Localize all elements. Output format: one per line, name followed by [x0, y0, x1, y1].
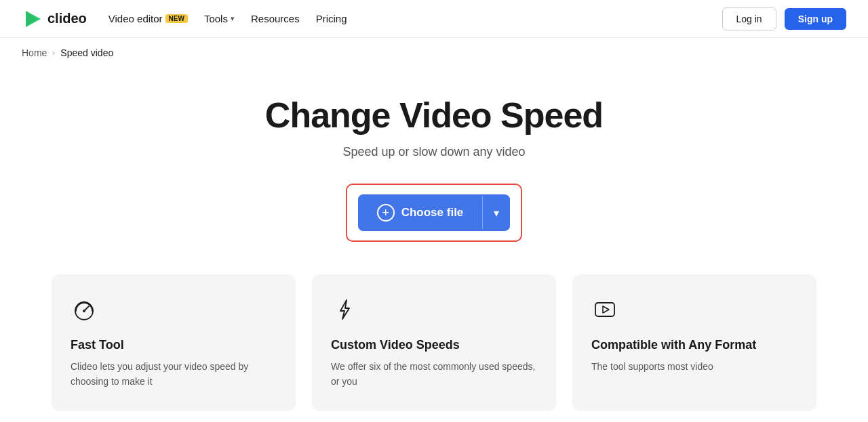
nav-link-resources[interactable]: Resources	[251, 13, 300, 24]
card-custom-speeds-title: Custom Video Speeds	[331, 338, 537, 352]
nav-link-tools[interactable]: Tools ▾	[204, 13, 235, 24]
plus-icon: +	[377, 204, 395, 221]
hero-subtitle: Speed up or slow down any video	[14, 145, 854, 159]
dropdown-chevron-icon: ▾	[494, 207, 499, 219]
custom-speeds-icon	[331, 296, 537, 326]
card-fast-tool-text: Clideo lets you adjust your video speed …	[71, 359, 277, 389]
svg-marker-1	[26, 11, 37, 27]
svg-point-4	[83, 310, 85, 312]
chevron-down-icon: ▾	[231, 14, 235, 23]
choose-file-main[interactable]: + Choose file	[358, 194, 483, 231]
svg-rect-8	[595, 303, 614, 316]
card-compatible-text: The tool supports most video	[591, 359, 797, 374]
nav-right: Log in Sign up	[722, 7, 846, 30]
navbar: clideo Video editor NEW Tools ▾ Resource…	[0, 0, 868, 38]
breadcrumb-current: Speed video	[60, 47, 113, 58]
new-badge: NEW	[165, 14, 188, 23]
signup-button[interactable]: Sign up	[785, 8, 846, 30]
feature-cards: Fast Tool Clideo lets you adjust your vi…	[0, 274, 868, 422]
logo[interactable]: clideo	[22, 8, 87, 30]
fast-tool-icon	[71, 296, 277, 326]
choose-dropdown-button[interactable]: ▾	[483, 197, 510, 229]
nav-link-video-editor[interactable]: Video editor NEW	[108, 13, 188, 24]
compatible-icon	[591, 296, 797, 326]
logo-icon	[22, 8, 43, 30]
logo-text: clideo	[47, 11, 87, 26]
upload-wrapper: + Choose file ▾	[14, 184, 854, 242]
speedometer-icon	[71, 296, 98, 323]
breadcrumb-separator: ›	[52, 48, 55, 58]
nav-links: Video editor NEW Tools ▾ Resources Prici…	[108, 13, 347, 24]
choose-file-button[interactable]: + Choose file ▾	[358, 194, 511, 231]
card-custom-speeds-text: We offer six of the most commonly used s…	[331, 359, 537, 389]
play-rectangle-icon	[591, 296, 618, 323]
nav-link-pricing[interactable]: Pricing	[316, 13, 347, 24]
upload-box: + Choose file ▾	[346, 184, 523, 242]
card-compatible-title: Compatible with Any Format	[591, 338, 797, 352]
login-button[interactable]: Log in	[722, 7, 776, 30]
hero-section: Change Video Speed Speed up or slow down…	[0, 68, 868, 274]
breadcrumb: Home › Speed video	[0, 38, 868, 68]
lightning-icon	[331, 296, 358, 323]
card-fast-tool: Fast Tool Clideo lets you adjust your vi…	[52, 274, 296, 411]
card-fast-tool-title: Fast Tool	[71, 338, 277, 352]
card-compatible: Compatible with Any Format The tool supp…	[572, 274, 816, 411]
breadcrumb-home[interactable]: Home	[22, 47, 47, 58]
choose-file-label: Choose file	[401, 206, 464, 219]
page-title: Change Video Speed	[14, 95, 854, 135]
nav-left: clideo Video editor NEW Tools ▾ Resource…	[22, 8, 347, 30]
card-custom-speeds: Custom Video Speeds We offer six of the …	[312, 274, 556, 411]
